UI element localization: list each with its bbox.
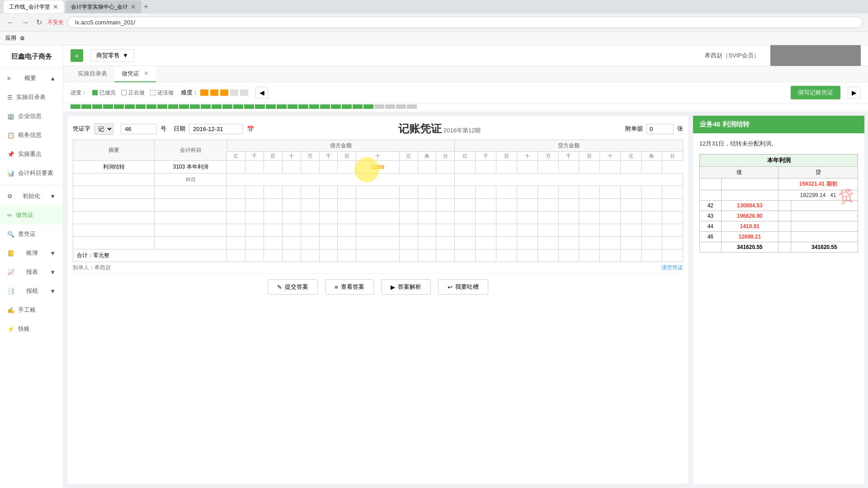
r2-d3[interactable]	[264, 186, 282, 199]
sidebar-item-keypoints[interactable]: 📌 实操重点	[0, 145, 63, 164]
pb-22	[298, 104, 308, 109]
row1-subject: 3103 本年利润	[155, 161, 227, 174]
r2-d9[interactable]	[399, 186, 418, 199]
tab-active[interactable]: 工作线_会计学堂 ✕	[4, 0, 64, 13]
r2-c9[interactable]	[621, 186, 642, 199]
tab-directory[interactable]: 实操目录表	[71, 66, 114, 82]
r2-c4[interactable]	[517, 186, 538, 199]
r2-d7[interactable]	[338, 186, 356, 199]
r2-c1[interactable]	[455, 186, 476, 199]
row1-d2[interactable]	[245, 161, 264, 174]
next-button[interactable]: ▶	[848, 87, 861, 99]
number-input[interactable]	[121, 124, 157, 134]
r2-d4[interactable]	[282, 186, 301, 199]
sidebar-item-company[interactable]: 🏢 企业信息	[0, 107, 63, 126]
appendix-input[interactable]	[646, 124, 674, 134]
row1-c9[interactable]	[600, 161, 621, 174]
r2-d1[interactable]	[227, 186, 245, 199]
r2-sub[interactable]	[155, 186, 227, 199]
row1-d3[interactable]	[264, 161, 282, 174]
sidebar-item-report[interactable]: 📈 报表 ▼	[0, 263, 63, 282]
type-select[interactable]: 记	[94, 123, 113, 135]
date-input[interactable]	[189, 124, 243, 134]
row1-d10[interactable]	[418, 161, 436, 174]
sidebar-item-tax[interactable]: 📋 税务信息	[0, 126, 63, 145]
zhang-label: 张	[677, 125, 683, 133]
sidebar-item-subjects[interactable]: 📊 会计科目要素	[0, 164, 63, 183]
prev-button[interactable]: ◀	[255, 87, 269, 99]
row1-c2[interactable]	[455, 161, 476, 174]
row1-c1[interactable]	[436, 161, 455, 174]
r2-c3[interactable]	[496, 186, 517, 199]
r2-d6[interactable]	[319, 186, 338, 199]
new-tab-button[interactable]: +	[143, 2, 148, 12]
row1-c6[interactable]	[538, 161, 558, 174]
r2-c2[interactable]	[476, 186, 496, 199]
fill-voucher-button[interactable]: 填写记账凭证	[791, 86, 840, 99]
back-button[interactable]: ←	[5, 17, 16, 28]
row1b-debit[interactable]	[227, 174, 455, 186]
tab-voucher[interactable]: 做凭证 ✕	[114, 66, 156, 82]
r2-d10[interactable]	[418, 186, 436, 199]
dh-d7: 百	[338, 152, 356, 161]
tab-inactive[interactable]: 会计学堂实操中心_会计 ✕	[66, 0, 142, 13]
calendar-icon[interactable]: 📅	[247, 126, 254, 132]
collapse-button[interactable]: «	[71, 49, 83, 62]
row1-d7[interactable]	[338, 161, 356, 174]
row1-d5[interactable]	[301, 161, 319, 174]
row1-c5[interactable]	[517, 161, 538, 174]
r2-c8[interactable]	[600, 186, 621, 199]
refresh-button[interactable]: ↻	[34, 16, 44, 28]
r2-d5[interactable]	[301, 186, 319, 199]
row1-d9[interactable]	[399, 161, 418, 174]
manual-icon: ✍	[7, 307, 14, 314]
sidebar-item-tax2[interactable]: 📑 报税 ▼	[0, 282, 63, 300]
complaint-button[interactable]: ↩ 我要吐槽	[438, 279, 488, 295]
row1-d8[interactable]: 1269	[356, 161, 399, 174]
view-answer-button[interactable]: ≡ 查看答案	[325, 279, 374, 295]
forward-button[interactable]: →	[20, 17, 31, 28]
ref-44-c2	[791, 221, 858, 232]
submit-answer-button[interactable]: ✎ 提交答案	[268, 279, 318, 295]
row1-c11[interactable]	[641, 161, 662, 174]
r2-sum[interactable]	[73, 186, 155, 199]
sidebar-item-manual[interactable]: ✍ 手工账	[0, 300, 63, 319]
answer-analysis-button[interactable]: ▶ 答案解析	[381, 279, 431, 295]
row1-d1[interactable]	[227, 161, 245, 174]
row1b-credit[interactable]	[455, 174, 683, 186]
tab-close-2[interactable]: ✕	[131, 3, 136, 10]
table-row-1: 利润结转 3103 本年利润	[73, 161, 683, 174]
r2-c11[interactable]	[662, 186, 683, 199]
r2-c7[interactable]	[579, 186, 600, 199]
row1-d4[interactable]	[282, 161, 301, 174]
row1-c7[interactable]	[558, 161, 579, 174]
nav-dropdown[interactable]: 商贸零售 ▼	[90, 49, 134, 62]
r2-c10[interactable]	[641, 186, 662, 199]
row1-d6[interactable]	[319, 161, 338, 174]
r2-d11[interactable]	[436, 186, 455, 199]
row1-c10[interactable]	[621, 161, 642, 174]
tab-voucher-close[interactable]: ✕	[144, 70, 149, 77]
row1-c8[interactable]	[579, 161, 600, 174]
sidebar-item-ledger[interactable]: 📒 账簿 ▼	[0, 244, 63, 263]
r2-d8[interactable]	[356, 186, 399, 199]
pb-15	[222, 104, 232, 109]
address-input[interactable]	[67, 17, 863, 28]
ref-table-container: 本年利润 借 贷	[699, 154, 858, 253]
r2-c5[interactable]	[538, 186, 558, 199]
sidebar-item-overview[interactable]: ≡ 概要 ▲	[0, 69, 63, 88]
clear-voucher-button[interactable]: 清空凭证	[661, 264, 683, 272]
sidebar-item-fast[interactable]: ⚡ 快账	[0, 319, 63, 338]
sidebar-item-voucher[interactable]: ✏ 做凭证	[0, 206, 63, 225]
settings-icon[interactable]: ⚙	[20, 35, 25, 42]
ref-44-num: 44	[700, 221, 722, 232]
sidebar-item-list[interactable]: ☰ 实操目录表	[0, 88, 63, 107]
row1-c3[interactable]	[476, 161, 496, 174]
tab-bar: 实操目录表 做凭证 ✕	[63, 66, 868, 82]
sidebar-item-check[interactable]: 🔍 查凭证	[0, 225, 63, 244]
tab-close-1[interactable]: ✕	[53, 3, 58, 10]
sidebar-item-init[interactable]: ⚙ 初始化 ▼	[0, 187, 63, 206]
r2-c6[interactable]	[558, 186, 579, 199]
row1-c4[interactable]	[496, 161, 517, 174]
r2-d2[interactable]	[245, 186, 264, 199]
